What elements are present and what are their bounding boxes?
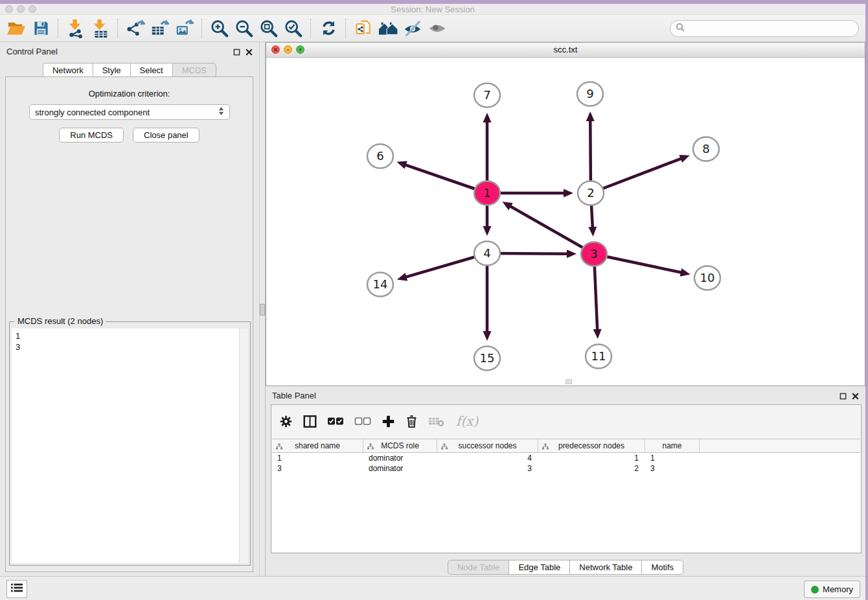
cell-name[interactable]: 3	[645, 463, 700, 474]
table-row[interactable]: 1 dominator 4 1 1	[272, 453, 860, 463]
delete-row-icon[interactable]	[405, 415, 418, 428]
graph-edge-4-15[interactable]	[483, 253, 492, 341]
cell-shared-name[interactable]: 3	[272, 463, 363, 474]
cell-successor-nodes[interactable]: 3	[437, 463, 538, 474]
svg-text:9: 9	[586, 87, 593, 100]
task-history-button[interactable]	[6, 580, 27, 598]
import-table-icon[interactable]	[88, 17, 113, 40]
cell-name[interactable]: 1	[645, 453, 700, 463]
settings-gear-icon[interactable]	[279, 415, 293, 428]
cell-mcds-role[interactable]: dominator	[363, 453, 437, 463]
canvas-resize-grip[interactable]	[565, 379, 572, 384]
graph-edge-3-10[interactable]	[594, 254, 691, 277]
tab-select[interactable]: Select	[130, 63, 172, 78]
refresh-icon[interactable]	[316, 17, 341, 40]
graph-node-9[interactable]: 9	[577, 82, 603, 106]
optimization-criterion-label: Optimization criterion:	[6, 89, 253, 98]
close-panel-button[interactable]: Close panel	[133, 128, 200, 143]
network-graph[interactable]: 7968124314101511	[266, 58, 866, 386]
graph-edge-3-1[interactable]	[502, 202, 594, 254]
open-session-icon[interactable]	[4, 17, 29, 40]
tab-edge-table[interactable]: Edge Table	[508, 560, 569, 575]
split-panel-icon[interactable]	[303, 415, 317, 428]
graph-node-15[interactable]: 15	[474, 347, 500, 371]
cell-mcds-role[interactable]: dominator	[363, 463, 437, 474]
graph-node-8[interactable]: 8	[693, 137, 719, 161]
network-canvas[interactable]: 7968124314101511	[266, 58, 865, 386]
float-panel-icon[interactable]	[839, 391, 847, 402]
graph-node-4[interactable]: 4	[474, 242, 500, 266]
cell-successor-nodes[interactable]: 4	[437, 453, 538, 463]
tab-network-table[interactable]: Network Table	[569, 560, 641, 575]
toolbar-separator	[58, 19, 59, 38]
function-builder-icon: f(x)	[456, 413, 478, 429]
table-tabs: Node Table Edge Table Network Table Moti…	[266, 560, 865, 575]
float-panel-icon[interactable]	[233, 47, 240, 58]
control-panel-tabs: Network Style Select MCDS	[0, 63, 259, 78]
graph-node-14[interactable]: 14	[367, 273, 393, 297]
window-title: Session: New Session	[0, 5, 865, 14]
close-panel-icon[interactable]	[246, 47, 253, 58]
column-header-name[interactable]: name	[645, 439, 700, 452]
graph-edge-2-8[interactable]	[591, 155, 690, 193]
mcds-panel: Optimization criterion: strongly connect…	[5, 76, 253, 572]
vertical-splitter[interactable]	[259, 42, 266, 576]
zoom-fit-icon[interactable]	[257, 17, 281, 40]
cell-predecessor-nodes[interactable]: 2	[538, 463, 645, 474]
cell-shared-name[interactable]: 1	[272, 453, 363, 463]
home-layout-icon[interactable]	[376, 17, 400, 40]
run-mcds-button[interactable]: Run MCDS	[59, 128, 124, 143]
zoom-in-icon[interactable]	[207, 17, 232, 40]
svg-text:11: 11	[591, 349, 606, 363]
search-input[interactable]	[689, 23, 853, 34]
mcds-result-line: 3	[16, 341, 235, 352]
column-header-successor-nodes[interactable]: successor nodes	[437, 439, 538, 452]
tab-node-table[interactable]: Node Table	[448, 560, 509, 575]
svg-text:6: 6	[376, 149, 383, 163]
graph-edge-1-6[interactable]	[397, 161, 487, 193]
tab-style[interactable]: Style	[93, 63, 130, 78]
memory-status-dot	[811, 586, 819, 594]
deselect-all-icon[interactable]	[354, 416, 371, 426]
zoom-selected-icon[interactable]	[281, 17, 306, 40]
show-all-icon[interactable]	[425, 17, 450, 40]
export-network-icon[interactable]	[123, 17, 148, 40]
result-scrollbar[interactable]	[239, 329, 248, 563]
table-panel-title: Table Panel	[272, 391, 316, 400]
export-image-icon[interactable]	[172, 17, 197, 40]
hide-selected-icon[interactable]	[400, 17, 425, 40]
graph-node-3[interactable]: 3	[581, 242, 607, 266]
splitter-grip[interactable]	[260, 304, 265, 316]
column-header-mcds-role[interactable]: MCDS role	[363, 439, 437, 452]
criterion-dropdown[interactable]: strongly connected component	[29, 104, 230, 120]
graph-node-6[interactable]: 6	[367, 144, 393, 168]
tab-mcds[interactable]: MCDS	[172, 63, 216, 78]
control-panel: Control Panel Network Style Select MCDS …	[0, 42, 259, 576]
svg-text:2: 2	[587, 186, 594, 200]
close-panel-icon[interactable]	[852, 391, 859, 402]
graph-node-1[interactable]: 1	[474, 181, 500, 205]
zoom-out-icon[interactable]	[232, 17, 257, 40]
toolbar-separator	[201, 19, 203, 38]
memory-button[interactable]: Memory	[804, 581, 860, 598]
column-header-predecessor-nodes[interactable]: predecessor nodes	[538, 439, 645, 452]
cell-predecessor-nodes[interactable]: 1	[538, 453, 645, 463]
graph-node-10[interactable]: 10	[694, 266, 720, 290]
first-neighbors-icon[interactable]	[351, 17, 376, 40]
graph-node-2[interactable]: 2	[578, 181, 604, 205]
save-session-icon[interactable]	[29, 17, 53, 40]
graph-node-7[interactable]: 7	[474, 84, 500, 108]
tab-motifs[interactable]: Motifs	[641, 560, 683, 575]
table-row[interactable]: 3 dominator 3 2 3	[272, 463, 860, 474]
column-header-shared-name[interactable]: shared name	[272, 439, 363, 452]
graph-edge-4-14[interactable]	[397, 253, 487, 281]
export-table-icon[interactable]	[148, 17, 172, 40]
add-row-icon[interactable]	[382, 415, 395, 428]
search-box[interactable]	[670, 20, 859, 37]
svg-text:1: 1	[483, 186, 490, 200]
select-all-icon[interactable]	[327, 416, 344, 426]
tab-network[interactable]: Network	[43, 63, 93, 78]
main-toolbar	[0, 15, 865, 42]
import-network-icon[interactable]	[63, 17, 88, 40]
graph-node-11[interactable]: 11	[586, 345, 611, 369]
